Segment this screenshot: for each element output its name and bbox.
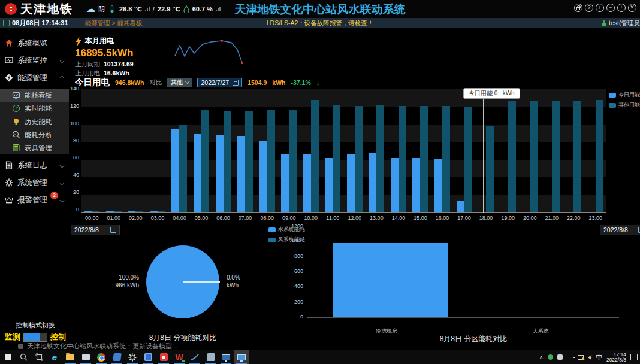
bar-今日用能-16:00[interactable] [434, 159, 442, 212]
bar-group-23:00[interactable] [585, 89, 607, 212]
bar-其他用能-10:00[interactable] [311, 100, 319, 212]
bar-今日用能-00:00[interactable] [84, 211, 92, 212]
bar-今日用能-08:00[interactable] [259, 141, 267, 212]
tray-expand-icon[interactable]: ∧ [539, 354, 544, 360]
sidebar-item-history-energy[interactable]: 历史能耗 [0, 115, 69, 128]
bar-其他用能-16:00[interactable] [442, 106, 450, 212]
file-explorer-icon[interactable] [62, 350, 78, 364]
bar-其他用能-21:00[interactable] [552, 101, 560, 212]
bar-group-07:00[interactable] [234, 89, 256, 212]
chrome-icon[interactable] [93, 350, 109, 364]
legend-item-today[interactable]: 今日用能 [609, 91, 640, 99]
bar-其他用能-18:00[interactable] [486, 126, 494, 212]
search-icon[interactable] [16, 350, 31, 364]
bar-今日用能-09:00[interactable] [281, 154, 289, 212]
bar-其他用能-09:00[interactable] [289, 110, 297, 212]
bar-group-06:00[interactable] [212, 89, 234, 212]
compare-select[interactable]: 其他 [167, 78, 192, 87]
bar-今日用能-13:00[interactable] [369, 153, 376, 212]
sidebar-item-logs[interactable]: 系统日志 [0, 159, 69, 172]
muted-speaker-icon[interactable] [588, 355, 591, 360]
bar-今日用能-15:00[interactable] [412, 158, 420, 212]
bar-其他用能-05:00[interactable] [201, 110, 209, 212]
tray-link-icon[interactable] [548, 354, 553, 360]
taskbar-clock[interactable]: 17:14 2022/8/8 [606, 352, 626, 363]
zone-date-input[interactable]: 2022/8/8 [600, 225, 640, 235]
help-icon[interactable]: ? [585, 4, 593, 12]
minimize-icon[interactable]: − [606, 4, 615, 12]
lock-icon[interactable] [574, 4, 582, 12]
bar-group-14:00[interactable] [388, 89, 410, 212]
bar-group-15:00[interactable] [409, 89, 431, 212]
zone-bar-cooling-plant[interactable] [333, 243, 448, 317]
installer-app-icon[interactable] [203, 350, 218, 364]
bar-其他用能-13:00[interactable] [376, 105, 384, 212]
device-alert-message[interactable]: LDS/LS-A2：设备故障报警，请检查！ [267, 19, 374, 28]
bar-今日用能-04:00[interactable] [171, 129, 179, 212]
settings-gear-icon[interactable] [125, 350, 140, 364]
control-mode-toggle[interactable] [23, 333, 47, 342]
remote-desktop-icon[interactable] [218, 350, 234, 364]
bar-group-03:00[interactable] [147, 89, 169, 212]
bar-group-09:00[interactable] [278, 89, 300, 212]
battery-icon[interactable] [567, 356, 573, 359]
bar-group-17:00[interactable] [453, 89, 475, 212]
bar-其他用能-02:00[interactable] [135, 211, 143, 213]
bar-其他用能-23:00[interactable] [596, 100, 603, 212]
bar-今日用能-06:00[interactable] [216, 135, 224, 212]
sidebar-item-overview[interactable]: 系统概览 [0, 37, 69, 50]
bar-今日用能-01:00[interactable] [106, 211, 114, 212]
bar-今日用能-14:00[interactable] [391, 158, 399, 212]
tray-flag-icon[interactable] [557, 354, 563, 360]
red-app-icon[interactable] [156, 350, 171, 364]
bar-group-21:00[interactable] [541, 89, 563, 212]
bar-group-16:00[interactable] [431, 89, 454, 212]
bar-group-02:00[interactable] [125, 89, 147, 212]
sidebar-item-realtime-energy[interactable]: 实时能耗 [0, 102, 69, 115]
draw-app-icon[interactable] [187, 350, 203, 364]
bar-group-19:00[interactable] [497, 89, 519, 212]
bar-group-01:00[interactable] [103, 89, 125, 212]
bar-group-20:00[interactable] [519, 89, 541, 212]
sidebar-item-energy-dashboard[interactable]: 能耗看板 [0, 89, 69, 102]
blue-app-icon[interactable] [109, 350, 125, 364]
bar-其他用能-08:00[interactable] [267, 110, 275, 212]
image-viewer-icon[interactable] [78, 350, 93, 364]
photos-app-icon[interactable] [140, 350, 156, 364]
bar-group-12:00[interactable] [344, 89, 366, 212]
bar-group-11:00[interactable] [322, 89, 344, 212]
bar-group-10:00[interactable] [300, 89, 322, 212]
legend-item-other[interactable]: 其他用能 [609, 101, 640, 109]
ime-indicator[interactable]: 中 [596, 353, 602, 362]
sidebar-item-energy[interactable]: 能源管理 [0, 71, 69, 84]
close-icon[interactable]: ✕ [628, 4, 636, 12]
bar-今日用能-11:00[interactable] [325, 158, 333, 212]
bar-group-08:00[interactable] [256, 89, 278, 212]
bar-今日用能-03:00[interactable] [150, 211, 158, 213]
bar-group-13:00[interactable] [366, 89, 388, 212]
bar-今日用能-17:00[interactable] [457, 201, 464, 212]
compare-date-input[interactable]: 2022/7/27 [197, 78, 242, 87]
bar-group-00:00[interactable] [81, 89, 103, 212]
info-icon[interactable]: i [596, 4, 604, 12]
ie-icon[interactable]: e [47, 350, 62, 364]
sidebar-item-settings[interactable]: 系统管理 [0, 176, 69, 189]
active-app-icon[interactable] [234, 350, 249, 364]
bar-其他用能-22:00[interactable] [573, 101, 581, 212]
bar-其他用能-07:00[interactable] [245, 111, 253, 213]
bar-今日用能-12:00[interactable] [347, 154, 355, 212]
bar-group-22:00[interactable] [563, 89, 585, 212]
network-warning-icon[interactable] [578, 355, 584, 360]
bar-group-04:00[interactable] [168, 89, 191, 212]
bar-今日用能-10:00[interactable] [303, 154, 311, 212]
breadcrumb[interactable]: 能源管理 > 能耗看板 [85, 19, 143, 28]
bar-其他用能-11:00[interactable] [333, 105, 340, 212]
bar-其他用能-04:00[interactable] [179, 125, 187, 212]
maximize-icon[interactable]: + [617, 4, 626, 12]
bar-group-18:00[interactable] [475, 89, 497, 212]
sidebar-item-monitoring[interactable]: 系统监控 [0, 54, 69, 67]
bar-今日用能-07:00[interactable] [237, 136, 245, 212]
bar-其他用能-03:00[interactable] [158, 211, 165, 213]
bar-今日用能-05:00[interactable] [194, 134, 201, 212]
wps-icon[interactable]: W [171, 350, 187, 364]
